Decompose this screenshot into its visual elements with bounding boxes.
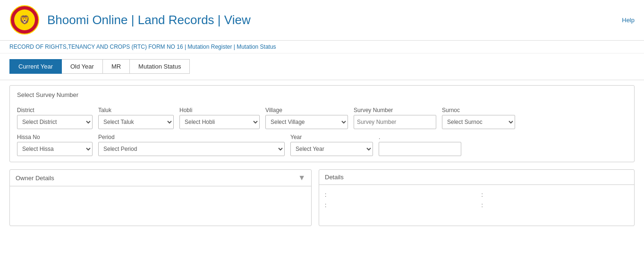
surnoc-label: Surnoc bbox=[442, 107, 515, 114]
bottom-panels: Owner Details ▼ Details : : bbox=[9, 169, 635, 226]
survey-number-label: Survey Number bbox=[354, 107, 436, 114]
tab-old-year[interactable]: Old Year bbox=[62, 59, 103, 74]
owner-details-panel: Owner Details ▼ bbox=[9, 169, 312, 226]
main-content: Select Survey Number District Select Dis… bbox=[0, 80, 644, 231]
dot-input[interactable] bbox=[379, 142, 461, 156]
hobli-label: Hobli bbox=[179, 107, 260, 114]
tab-mutation-status[interactable]: Mutation Status bbox=[130, 59, 190, 74]
help-link[interactable]: Help bbox=[622, 17, 635, 24]
district-label: District bbox=[17, 107, 93, 114]
period-select[interactable]: Select Period bbox=[98, 142, 285, 156]
surnoc-group: Surnoc Select Surnoc bbox=[442, 107, 515, 129]
details-colon-1: : bbox=[325, 192, 326, 198]
hobli-group: Hobli Select Hobli bbox=[179, 107, 260, 129]
details-col-4: : bbox=[482, 202, 629, 209]
scroll-icon[interactable]: ▼ bbox=[298, 174, 305, 182]
section-title: Select Survey Number bbox=[17, 91, 627, 102]
owner-panel-title: Owner Details bbox=[16, 175, 54, 182]
tabs-bar: Current Year Old Year MR Mutation Status bbox=[0, 53, 644, 80]
hobli-select[interactable]: Select Hobli bbox=[179, 115, 260, 129]
taluk-label: Taluk bbox=[98, 107, 174, 114]
form-row-2: Hissa No Select Hissa Period Select Peri… bbox=[17, 134, 627, 156]
surnoc-select[interactable]: Select Surnoc bbox=[442, 115, 515, 129]
header: 🦁 Bhoomi Online | Land Records | View He… bbox=[0, 0, 644, 41]
details-panel-content: : : : : bbox=[319, 185, 634, 215]
tab-current-year[interactable]: Current Year bbox=[9, 59, 62, 74]
village-select[interactable]: Select Village bbox=[265, 115, 348, 129]
period-label: Period bbox=[98, 134, 285, 140]
details-panel: Details : : : : bbox=[319, 169, 635, 226]
details-panel-header: Details bbox=[319, 170, 634, 185]
owner-panel-content bbox=[10, 186, 311, 196]
district-select[interactable]: Select District bbox=[17, 115, 93, 129]
year-label: Year bbox=[290, 134, 373, 140]
survey-section: Select Survey Number District Select Dis… bbox=[9, 85, 635, 162]
page-title: Bhoomi Online | Land Records | View bbox=[47, 13, 251, 27]
details-col-1: : bbox=[325, 192, 472, 198]
hissa-group: Hissa No Select Hissa bbox=[17, 134, 93, 156]
dot-label: . bbox=[379, 134, 461, 140]
details-panel-title: Details bbox=[325, 174, 344, 181]
district-group: District Select District bbox=[17, 107, 93, 129]
taluk-group: Taluk Select Taluk bbox=[98, 107, 174, 129]
year-select[interactable]: Select Year bbox=[290, 142, 373, 156]
details-row-2: : : bbox=[325, 200, 628, 210]
details-col-2: : bbox=[482, 192, 629, 198]
hissa-label: Hissa No bbox=[17, 134, 93, 140]
svg-text:🦁: 🦁 bbox=[19, 15, 30, 25]
survey-number-input[interactable] bbox=[354, 115, 436, 129]
details-colon-2: : bbox=[482, 192, 483, 198]
owner-panel-header: Owner Details ▼ bbox=[10, 170, 311, 186]
village-label: Village bbox=[265, 107, 348, 114]
details-col-3: : bbox=[325, 202, 472, 209]
details-colon-3: : bbox=[325, 202, 326, 209]
tab-mr[interactable]: MR bbox=[103, 59, 130, 74]
form-row-1: District Select District Taluk Select Ta… bbox=[17, 107, 627, 129]
details-row-1: : : bbox=[325, 190, 628, 200]
village-group: Village Select Village bbox=[265, 107, 348, 129]
dot-group: . bbox=[379, 134, 461, 156]
taluk-select[interactable]: Select Taluk bbox=[98, 115, 174, 129]
year-group: Year Select Year bbox=[290, 134, 373, 156]
survey-number-group: Survey Number bbox=[354, 107, 436, 129]
logo-emblem: 🦁 bbox=[9, 5, 40, 35]
details-colon-4: : bbox=[482, 202, 483, 209]
breadcrumb: RECORD OF RIGHTS,TENANCY AND CROPS (RTC)… bbox=[0, 41, 644, 53]
hissa-select[interactable]: Select Hissa bbox=[17, 142, 93, 156]
period-group: Period Select Period bbox=[98, 134, 285, 156]
